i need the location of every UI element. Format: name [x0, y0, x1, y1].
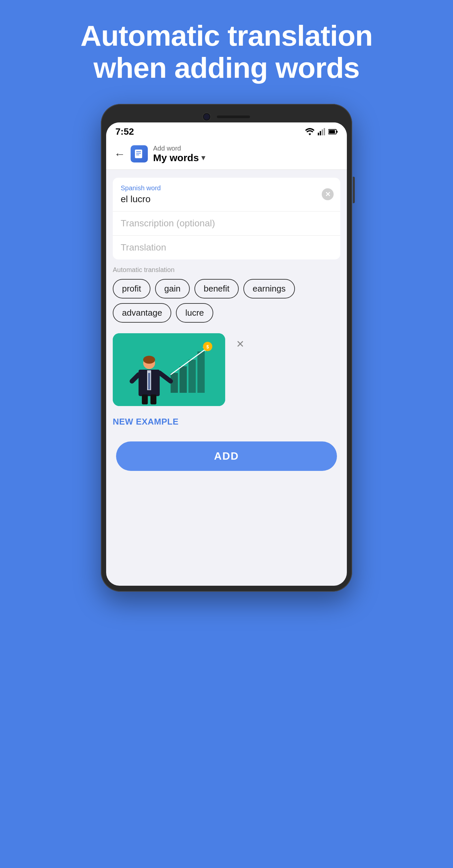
app-bar: ← Add word My words ▾ — [106, 140, 347, 170]
side-button — [353, 177, 355, 203]
page-title: Automatic translationwhen adding words — [27, 20, 426, 84]
content-area: Spanish word el lucro ✕ Transcription (o… — [106, 170, 347, 435]
dropdown-icon[interactable]: ▾ — [201, 154, 205, 162]
svg-rect-15 — [197, 351, 205, 393]
wifi-icon — [305, 128, 315, 135]
close-image-button[interactable]: ✕ — [232, 336, 248, 352]
page-header: Automatic translationwhen adding words — [0, 0, 453, 97]
svg-rect-6 — [336, 131, 337, 133]
chip-benefit[interactable]: benefit — [194, 279, 239, 299]
spanish-word-label: Spanish word — [121, 184, 332, 192]
status-icons — [305, 128, 337, 135]
svg-rect-8 — [136, 151, 141, 152]
svg-rect-28 — [151, 395, 156, 404]
auto-translation-label: Automatic translation — [113, 266, 340, 274]
input-card: Spanish word el lucro ✕ Transcription (o… — [113, 178, 340, 259]
camera — [203, 113, 210, 120]
add-button-container: ADD — [106, 435, 347, 484]
svg-rect-1 — [320, 131, 321, 135]
svg-text:$: $ — [206, 344, 209, 349]
svg-rect-7 — [135, 150, 142, 158]
transcription-field[interactable]: Transcription (optional) — [113, 212, 340, 236]
speaker — [217, 116, 250, 118]
app-bar-title-area: Add word My words ▾ — [153, 144, 339, 163]
status-time: 7:52 — [116, 126, 134, 137]
svg-rect-13 — [180, 366, 187, 393]
svg-rect-24 — [148, 373, 150, 390]
transcription-placeholder: Transcription (optional) — [121, 218, 332, 229]
clear-word-button[interactable]: ✕ — [322, 188, 334, 200]
example-image: $ — [113, 333, 225, 406]
back-button[interactable]: ← — [114, 148, 125, 159]
svg-rect-14 — [189, 360, 196, 393]
phone-screen: 7:52 — [106, 122, 347, 586]
svg-rect-27 — [142, 395, 148, 404]
svg-point-21 — [143, 356, 155, 364]
vocabulary-icon — [134, 149, 144, 159]
chip-earnings[interactable]: earnings — [244, 279, 295, 299]
spanish-word-value: el lucro — [121, 194, 332, 205]
svg-rect-3 — [324, 128, 325, 135]
chip-profit[interactable]: profit — [113, 279, 151, 299]
app-bar-title: My words ▾ — [153, 152, 339, 163]
spanish-word-field[interactable]: Spanish word el lucro ✕ — [113, 178, 340, 212]
chip-lucre[interactable]: lucre — [176, 303, 213, 323]
translation-field[interactable]: Translation — [113, 236, 340, 259]
svg-rect-5 — [329, 130, 335, 133]
phone-mockup: 7:52 — [101, 104, 352, 592]
svg-rect-9 — [136, 153, 141, 154]
app-icon — [131, 145, 148, 162]
app-bar-subtitle: Add word — [153, 144, 339, 152]
svg-rect-2 — [322, 129, 323, 135]
translation-chips: profit gain benefit earnings advantage l… — [113, 279, 340, 323]
battery-icon — [328, 129, 337, 135]
add-button[interactable]: ADD — [116, 441, 337, 471]
svg-rect-10 — [136, 155, 139, 155]
status-bar: 7:52 — [106, 122, 347, 140]
businessman-illustration: $ — [113, 333, 225, 406]
chip-advantage[interactable]: advantage — [113, 303, 171, 323]
svg-rect-0 — [318, 133, 319, 135]
new-example-button[interactable]: NEW EXAMPLE — [113, 416, 340, 427]
translation-placeholder: Translation — [121, 242, 332, 253]
chip-gain[interactable]: gain — [155, 279, 190, 299]
image-section: $ — [113, 333, 340, 406]
signal-icon — [318, 128, 325, 135]
